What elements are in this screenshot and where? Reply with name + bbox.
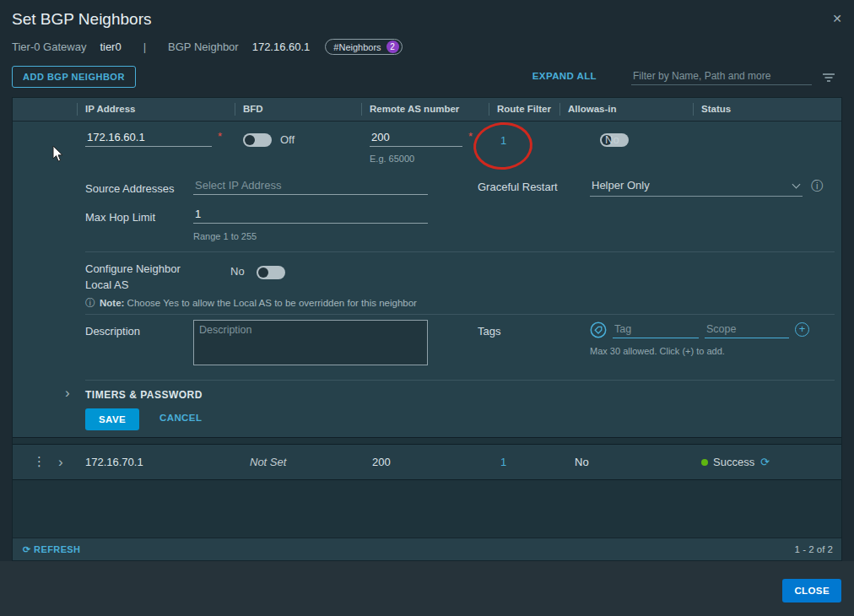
column-separator <box>559 103 560 116</box>
timers-password-section[interactable]: TIMERS & PASSWORD <box>85 389 203 401</box>
ip-address-input[interactable] <box>85 128 212 147</box>
neighbors-badge-label: #Neighbors <box>333 42 381 52</box>
column-separator <box>489 103 489 116</box>
source-addresses-label: Source Addresses <box>85 182 175 195</box>
breadcrumb-gateway-value: tier0 <box>100 41 121 53</box>
row-remote-as: 200 <box>372 456 391 468</box>
table-row[interactable]: ⋮ › 172.16.70.1 Not Set 200 1 No Success… <box>13 444 841 480</box>
refresh-button[interactable]: ⟳ REFRESH <box>23 544 80 555</box>
column-separator <box>77 103 78 116</box>
dialog-footer: CLOSE <box>0 561 854 616</box>
tag-input[interactable] <box>613 321 699 338</box>
grid-footer: ⟳ REFRESH 1 - 2 of 2 <box>13 538 841 560</box>
graceful-restart-value: Helper Only <box>592 179 650 192</box>
pagination-text: 1 - 2 of 2 <box>795 544 833 554</box>
column-separator <box>235 103 235 116</box>
expand-all-link[interactable]: EXPAND ALL <box>532 71 597 81</box>
save-button[interactable]: SAVE <box>85 408 139 430</box>
divider <box>85 380 835 381</box>
timers-chevron-right-icon[interactable]: › <box>65 386 70 400</box>
tags-editor: + <box>590 321 830 338</box>
breadcrumb-neighbor-label: BGP Neighbor <box>168 41 239 53</box>
edit-neighbor-form: * Off * E.g. 65000 1 No Source Addresses… <box>13 122 841 438</box>
note-label: Note: <box>100 298 124 308</box>
bgp-neighbors-grid: IP Address BFD Remote AS number Route Fi… <box>12 97 842 561</box>
local-as-toggle[interactable] <box>257 266 285 279</box>
max-hop-limit-input[interactable] <box>193 205 428 224</box>
remote-as-hint: E.g. 65000 <box>370 154 414 164</box>
refresh-label: REFRESH <box>34 544 80 554</box>
add-bgp-neighbor-button[interactable]: ADD BGP NEIGHBOR <box>12 66 136 88</box>
bfd-toggle-label: Off <box>280 133 295 146</box>
filter-icon[interactable] <box>822 73 835 85</box>
allowas-in-toggle-label: No <box>605 133 619 146</box>
divider <box>85 251 835 252</box>
route-filter-link[interactable]: 1 <box>500 134 506 147</box>
graceful-restart-label: Graceful Restart <box>478 181 558 193</box>
bfd-toggle[interactable] <box>243 133 272 147</box>
tag-icon <box>590 322 607 338</box>
column-header-route-filter: Route Filter <box>497 104 551 114</box>
ip-required-marker: * <box>218 130 222 143</box>
filter-input[interactable] <box>631 68 812 85</box>
kebab-menu-icon[interactable]: ⋮ <box>33 454 46 469</box>
divider <box>85 314 835 315</box>
note-text: Choose Yes to allow the Local AS to be o… <box>127 298 417 308</box>
scope-input[interactable] <box>705 321 789 338</box>
row-refresh-icon[interactable]: ⟳ <box>760 456 770 468</box>
local-as-label: Configure Neighbor Local AS <box>85 262 185 294</box>
row-status: Success <box>713 456 754 468</box>
description-textarea[interactable] <box>193 320 428 365</box>
close-icon[interactable]: ✕ <box>832 12 842 25</box>
column-header-ip: IP Address <box>85 104 135 114</box>
neighbors-badge-count: 2 <box>386 41 399 53</box>
row-chevron-right-icon[interactable]: › <box>58 455 63 469</box>
breadcrumb: Tier-0 Gateway tier0 | BGP Neighbor 172.… <box>12 39 403 55</box>
remote-as-input[interactable] <box>370 128 462 147</box>
max-hop-limit-hint: Range 1 to 255 <box>193 231 257 241</box>
breadcrumb-neighbor-value: 172.16.60.1 <box>252 41 311 53</box>
row-route-filter-link[interactable]: 1 <box>500 456 506 468</box>
row-bfd: Not Set <box>250 456 286 468</box>
local-as-toggle-label: No <box>230 265 245 278</box>
local-as-note: ⓘNote: Choose Yes to allow the Local AS … <box>85 296 417 311</box>
remote-as-required-marker: * <box>468 130 473 143</box>
tags-label: Tags <box>478 325 500 338</box>
source-addresses-input[interactable] <box>193 176 428 195</box>
row-allowas-in: No <box>575 456 589 468</box>
graceful-restart-info-icon[interactable]: ⓘ <box>811 179 823 194</box>
column-separator <box>361 103 362 116</box>
status-dot <box>701 459 708 466</box>
description-label: Description <box>85 325 140 338</box>
info-icon: ⓘ <box>85 297 95 309</box>
add-tag-icon[interactable]: + <box>795 322 809 337</box>
cancel-button[interactable]: CANCEL <box>159 413 202 423</box>
column-separator <box>693 103 694 116</box>
neighbors-badge: #Neighbors 2 <box>325 39 402 55</box>
chevron-down-icon <box>792 180 801 188</box>
tags-hint: Max 30 allowed. Click (+) to add. <box>590 346 725 356</box>
page-title: Set BGP Neighbors <box>12 10 151 29</box>
breadcrumb-gateway-label: Tier-0 Gateway <box>12 41 86 53</box>
column-header-allowas-in: Allowas-in <box>568 104 617 114</box>
row-ip-address: 172.16.70.1 <box>85 456 143 468</box>
column-header-bfd: BFD <box>243 104 263 114</box>
breadcrumb-separator: | <box>143 41 146 53</box>
graceful-restart-select[interactable]: Helper Only <box>590 176 803 197</box>
column-header-status: Status <box>701 104 731 114</box>
column-header-remote-as: Remote AS number <box>370 104 459 114</box>
close-button[interactable]: CLOSE <box>782 579 841 602</box>
refresh-icon: ⟳ <box>23 544 31 554</box>
table-header: IP Address BFD Remote AS number Route Fi… <box>13 98 841 122</box>
max-hop-limit-label: Max Hop Limit <box>85 211 155 224</box>
